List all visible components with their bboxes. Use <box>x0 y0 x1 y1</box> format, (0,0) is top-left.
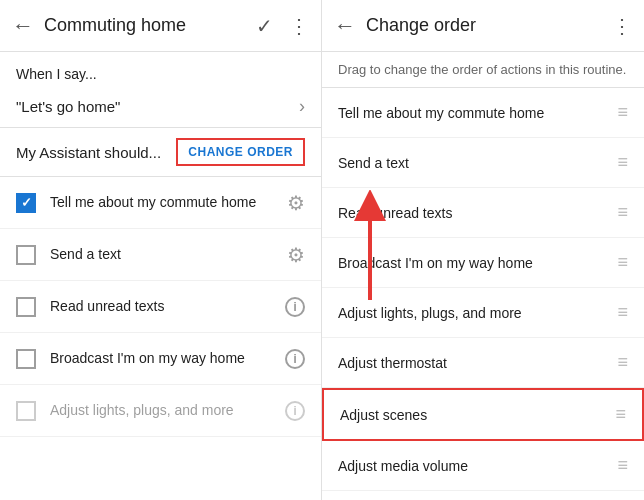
when-i-say-label: When I say... <box>0 52 321 86</box>
order-text-4: Adjust lights, plugs, and more <box>338 305 609 321</box>
order-item-6[interactable]: Adjust scenes ≡ <box>322 388 644 441</box>
assistant-label: My Assistant should... <box>16 144 176 161</box>
action-text-3: Broadcast I'm on my way home <box>50 349 275 367</box>
more-icon-right[interactable]: ⋮ <box>612 14 632 38</box>
order-item-4[interactable]: Adjust lights, plugs, and more ≡ <box>322 288 644 338</box>
gear-icon-1[interactable]: ⚙ <box>287 243 305 267</box>
left-header: ← Commuting home ✓ ⋮ <box>0 0 321 52</box>
order-text-6: Adjust scenes <box>340 407 607 423</box>
right-panel: ← Change order ⋮ Drag to change the orde… <box>322 0 644 500</box>
info-icon-2[interactable]: i <box>285 297 305 317</box>
check-icon[interactable]: ✓ <box>256 14 273 38</box>
order-list: Tell me about my commute home ≡ Send a t… <box>322 88 644 491</box>
assistant-header: My Assistant should... CHANGE ORDER <box>0 128 321 177</box>
order-text-2: Read unread texts <box>338 205 609 221</box>
order-text-1: Send a text <box>338 155 609 171</box>
checkbox-4[interactable] <box>16 401 36 421</box>
back-icon-left[interactable]: ← <box>12 13 34 39</box>
info-icon-4[interactable]: i <box>285 401 305 421</box>
drag-handle-4[interactable]: ≡ <box>617 302 628 323</box>
order-item-5[interactable]: Adjust thermostat ≡ <box>322 338 644 388</box>
order-text-0: Tell me about my commute home <box>338 105 609 121</box>
order-item-7[interactable]: Adjust media volume ≡ <box>322 441 644 491</box>
drag-handle-2[interactable]: ≡ <box>617 202 628 223</box>
gear-icon-0[interactable]: ⚙ <box>287 191 305 215</box>
left-panel-title: Commuting home <box>44 15 256 36</box>
back-icon-right[interactable]: ← <box>334 13 356 39</box>
order-item-1[interactable]: Send a text ≡ <box>322 138 644 188</box>
more-icon-left[interactable]: ⋮ <box>289 14 309 38</box>
drag-hint: Drag to change the order of actions in t… <box>322 52 644 88</box>
drag-handle-3[interactable]: ≡ <box>617 252 628 273</box>
checkbox-3[interactable] <box>16 349 36 369</box>
order-text-3: Broadcast I'm on my way home <box>338 255 609 271</box>
action-text-4: Adjust lights, plugs, and more <box>50 401 275 419</box>
checkbox-1[interactable] <box>16 245 36 265</box>
action-list: Tell me about my commute home ⚙ Send a t… <box>0 177 321 437</box>
drag-handle-5[interactable]: ≡ <box>617 352 628 373</box>
order-item-0[interactable]: Tell me about my commute home ≡ <box>322 88 644 138</box>
left-panel: ← Commuting home ✓ ⋮ When I say... "Let'… <box>0 0 322 500</box>
order-item-2[interactable]: Read unread texts ≡ <box>322 188 644 238</box>
right-header: ← Change order ⋮ <box>322 0 644 52</box>
order-text-5: Adjust thermostat <box>338 355 609 371</box>
action-item-3[interactable]: Broadcast I'm on my way home i <box>0 333 321 385</box>
chevron-right-icon: › <box>299 96 305 117</box>
trigger-text: "Let's go home" <box>16 98 299 115</box>
action-text-1: Send a text <box>50 245 277 263</box>
checkbox-2[interactable] <box>16 297 36 317</box>
drag-handle-6[interactable]: ≡ <box>615 404 626 425</box>
action-item-1[interactable]: Send a text ⚙ <box>0 229 321 281</box>
drag-handle-1[interactable]: ≡ <box>617 152 628 173</box>
change-order-button[interactable]: CHANGE ORDER <box>176 138 305 166</box>
drag-handle-7[interactable]: ≡ <box>617 455 628 476</box>
checkbox-0[interactable] <box>16 193 36 213</box>
action-item-2[interactable]: Read unread texts i <box>0 281 321 333</box>
info-icon-3[interactable]: i <box>285 349 305 369</box>
right-panel-title: Change order <box>366 15 612 36</box>
trigger-row[interactable]: "Let's go home" › <box>0 86 321 128</box>
action-item-4[interactable]: Adjust lights, plugs, and more i <box>0 385 321 437</box>
order-item-3[interactable]: Broadcast I'm on my way home ≡ <box>322 238 644 288</box>
action-text-0: Tell me about my commute home <box>50 193 277 211</box>
action-item-0[interactable]: Tell me about my commute home ⚙ <box>0 177 321 229</box>
action-text-2: Read unread texts <box>50 297 275 315</box>
order-text-7: Adjust media volume <box>338 458 609 474</box>
drag-handle-0[interactable]: ≡ <box>617 102 628 123</box>
